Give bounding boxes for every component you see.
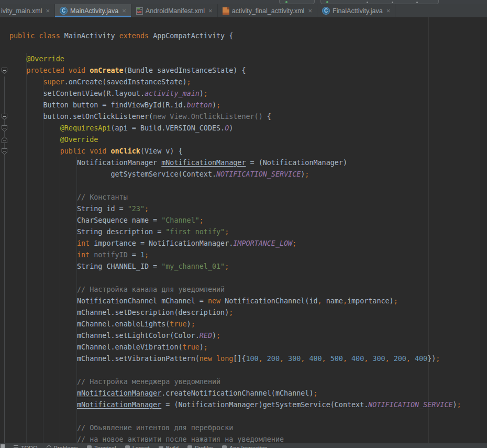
tab-close-icon[interactable]: ×: [46, 7, 50, 15]
tab-ivity_main.xml[interactable]: ivity_main.xml×: [0, 4, 55, 17]
code-line: public void onClick(View v) {: [9, 146, 461, 157]
device-selector-chip[interactable]: [320, 0, 439, 4]
problems-icon: [47, 445, 51, 448]
code-line: // Обьявление интентов для переброски: [9, 422, 461, 434]
code-line: // Настройка менеджера уведомлений: [9, 376, 461, 388]
code-line: mChannel.enableLights(true);: [9, 319, 461, 330]
tab-label: activity_final_acttivity.xml: [232, 7, 305, 15]
tool-window-label: Logcat: [132, 444, 150, 448]
tab-close-icon[interactable]: ×: [122, 7, 126, 15]
run-configuration-chip[interactable]: [279, 0, 315, 4]
code-line: super.onCreate(savedInstanceState);: [9, 77, 461, 88]
tool-window-button-todo[interactable]: TODO: [14, 444, 38, 448]
tab-activity_final_acttivity.xml[interactable]: activity_final_acttivity.xml×: [218, 4, 317, 17]
code-line: [9, 180, 461, 192]
code-editor[interactable]: public class MainActivity extends AppCom…: [0, 17, 487, 443]
tab-close-icon[interactable]: ×: [208, 7, 213, 15]
code-line: CharSequence name = "Channel";: [9, 215, 461, 226]
tool-window-label: Profiler: [195, 444, 213, 448]
tool-window-button-profiler[interactable]: Profiler: [187, 444, 213, 448]
code-line: @RequiresApi(api = Build.VERSION_CODES.O…: [9, 123, 461, 134]
code-line: mChannel.setLightColor(Color.RED);: [9, 330, 461, 342]
code-line: int notifyID = 1;: [9, 249, 461, 261]
code-line: [9, 365, 461, 376]
tool-window-button-logcat[interactable]: Logcat: [125, 444, 150, 448]
code-line: String id = "23";: [9, 203, 461, 215]
tool-window-label: TODO: [21, 444, 38, 448]
code-line: Button button = findViewById(R.id.button…: [9, 100, 461, 111]
terminal-icon: [87, 445, 92, 448]
code-line: @Override: [9, 134, 461, 146]
code-fold-icon[interactable]: [2, 148, 7, 155]
code-line: @Override: [9, 53, 461, 65]
tab-close-icon[interactable]: ×: [386, 7, 391, 15]
tool-window-button-app-inspection[interactable]: App Inspection: [222, 444, 268, 448]
tab-label: FinalActtivity.java: [333, 7, 383, 15]
code-line: mChannel.enableVibration(true);: [9, 342, 461, 353]
tool-window-button-terminal[interactable]: Terminal: [87, 444, 116, 448]
tab-label: AndroidManifest.xml: [146, 7, 205, 15]
logcat-icon: [125, 445, 130, 448]
code-line: int importance = NotificationManager.IMP…: [9, 238, 461, 249]
code-line: mNotificationManager = (NotificationMana…: [9, 399, 461, 411]
code-line: getSystemService(Context.NOTIFICATION_SE…: [9, 169, 461, 180]
code-text: public class MainActivity extends AppCom…: [9, 30, 461, 443]
code-line: // Настройка канала для уведомлений: [9, 284, 461, 296]
tab-MainActivity.java[interactable]: CMainActivity.java×: [55, 4, 131, 17]
toolbar-icon[interactable]: [367, 2, 368, 3]
code-line: button.setOnClickListener(new View.OnCli…: [9, 111, 461, 123]
tab-close-icon[interactable]: ×: [308, 7, 312, 15]
profiler-icon: [187, 445, 192, 448]
code-line: [9, 411, 461, 422]
code-fold-icon[interactable]: [2, 114, 7, 120]
code-line: // Константы: [9, 192, 461, 203]
toolbar-icon[interactable]: [392, 2, 393, 3]
tool-window-bar: TODOProblemsTerminalLogcatBuildProfilerA…: [0, 443, 487, 448]
code-line: mNotificationManager.createNotificationC…: [9, 388, 461, 399]
run-device-icon[interactable]: [326, 1, 328, 3]
code-line: String description = "first notify";: [9, 226, 461, 238]
code-line: setContentView(R.layout.activity_main);: [9, 88, 461, 100]
tool-window-label: Problems: [54, 444, 78, 448]
tool-window-label: Build: [166, 444, 179, 448]
tab-FinalActtivity.java[interactable]: CFinalActtivity.java×: [317, 4, 395, 17]
layout-xml-file-icon: [223, 7, 229, 15]
code-line: [9, 42, 461, 53]
code-line: // на новое активити после нажатия на ув…: [9, 434, 461, 443]
code-line: public class MainActivity extends AppCom…: [9, 30, 461, 42]
tab-label: ivity_main.xml: [1, 7, 42, 15]
tool-window-label: App Inspection: [229, 444, 268, 448]
tool-window-button-build[interactable]: Build: [159, 444, 179, 448]
code-line: protected void onCreate(Bundle savedInst…: [9, 65, 461, 77]
code-line: String CHANNEL_ID = "my_channel_01";: [9, 261, 461, 272]
code-fold-icon[interactable]: [2, 137, 7, 143]
tool-window-button-problems[interactable]: Problems: [47, 444, 78, 448]
tab-label: MainActivity.java: [70, 7, 118, 15]
tool-window-label: Terminal: [94, 444, 116, 448]
code-line: mChannel.setVibrationPattern(new long[]{…: [9, 353, 461, 365]
main-toolbar-sliver: [0, 0, 487, 4]
code-fold-icon[interactable]: [2, 125, 7, 132]
build-icon: [159, 445, 163, 448]
manifest-file-icon: MF: [136, 7, 143, 15]
app-inspection-icon: [222, 445, 227, 448]
code-line: [9, 272, 461, 284]
code-line: mChannel.setDescription(description);: [9, 307, 461, 319]
editor-tab-bar: ivity_main.xml×CMainActivity.java×MFAndr…: [0, 4, 487, 17]
toolbar-icon[interactable]: [416, 2, 418, 3]
java-class-icon: C: [322, 7, 330, 15]
active-tab-underline: [55, 16, 131, 17]
code-line: NotificationChannel mChannel = new Notif…: [9, 296, 461, 307]
code-line: NotificationManager mNotificationManager…: [9, 157, 461, 169]
tab-AndroidManifest.xml[interactable]: MFAndroidManifest.xml×: [131, 4, 218, 17]
java-class-icon: C: [60, 7, 68, 15]
code-fold-icon[interactable]: [2, 68, 7, 74]
todo-icon: [14, 445, 18, 448]
run-icon[interactable]: [285, 1, 287, 3]
tool-window-stripe-icon[interactable]: [1, 444, 5, 448]
